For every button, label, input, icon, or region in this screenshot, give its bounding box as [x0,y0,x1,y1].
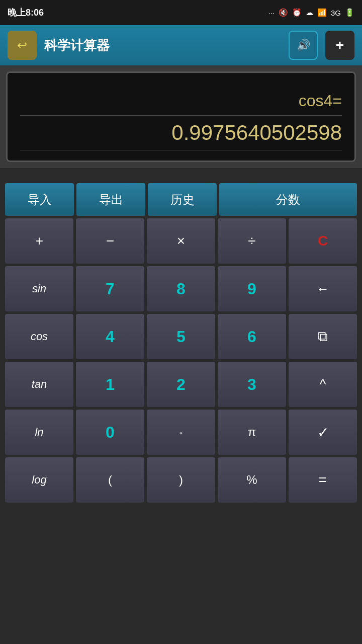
sound-icon: 🔊 [297,39,310,52]
wifi-icon: ☁ [306,8,313,17]
display-inner: cos4= 0.9975640502598 [6,71,356,162]
two-button[interactable]: 2 [147,362,215,407]
display-area: cos4= 0.9975640502598 [0,65,362,168]
status-icons: ··· 🔇 ⏰ ☁ 📶 3G 🔋 [268,8,354,17]
log-button[interactable]: log [5,457,73,503]
ln-row: ln 0 · π ✓ [5,410,357,455]
network-icon: 📶 [317,8,327,17]
alarm-icon: ⏰ [292,8,302,17]
copy-icon: ⧉ [318,329,328,345]
operator-row: + − × ÷ C [5,218,357,264]
six-button[interactable]: 6 [218,314,286,359]
sin-button[interactable]: sin [5,266,73,311]
app-title: 科学计算器 [44,37,281,54]
tan-button[interactable]: tan [5,362,73,407]
backspace-button[interactable]: ← [289,266,357,311]
sound-button[interactable]: 🔊 [289,31,318,60]
add-icon: + [336,37,344,53]
back-button[interactable]: ↩ [8,31,37,60]
status-time: 晚上8:06 [8,7,44,19]
zero-button[interactable]: 0 [76,410,144,455]
check-button[interactable]: ✓ [289,410,357,455]
signal-dots: ··· [268,9,275,17]
keypad: 导入 导出 历史 分数 + − × ÷ C sin 7 8 9 ← cos 4 … [0,183,362,510]
sin-row: sin 7 8 9 ← [5,266,357,311]
mute-icon: 🔇 [279,8,288,17]
multiply-button[interactable]: × [147,218,215,264]
three-button[interactable]: 3 [218,362,286,407]
battery-icon: 🔋 [345,8,354,17]
export-button[interactable]: 导出 [76,183,145,216]
dot-button[interactable]: · [147,410,215,455]
percent-button[interactable]: % [218,457,286,503]
func-row: 导入 导出 历史 分数 [5,183,357,216]
eight-button[interactable]: 8 [147,266,215,311]
top-bar: ↩ 科学计算器 🔊 + [0,25,362,65]
one-button[interactable]: 1 [76,362,144,407]
four-button[interactable]: 4 [76,314,144,359]
back-icon: ↩ [17,38,27,52]
plus-button[interactable]: + [5,218,73,264]
import-button[interactable]: 导入 [5,183,74,216]
tan-row: tan 1 2 3 ^ [5,362,357,407]
cos-button[interactable]: cos [5,314,73,359]
cos-row: cos 4 5 6 ⧉ [5,314,357,359]
minus-button[interactable]: − [76,218,144,264]
clear-button[interactable]: C [289,218,357,264]
equals-button[interactable]: = [289,457,357,503]
status-bar: 晚上8:06 ··· 🔇 ⏰ ☁ 📶 3G 🔋 [0,0,362,25]
separator2 [20,150,342,150]
five-button[interactable]: 5 [147,314,215,359]
pi-button[interactable]: π [218,410,286,455]
separator [20,115,342,116]
power-button[interactable]: ^ [289,362,357,407]
open-paren-button[interactable]: ( [76,457,144,503]
expression: cos4= [299,92,342,110]
add-button[interactable]: + [325,31,354,60]
ln-button[interactable]: ln [5,410,73,455]
log-row: log ( ) % = [5,457,357,503]
history-button[interactable]: 历史 [148,183,217,216]
spacer [0,168,362,183]
result: 0.9975640502598 [171,121,342,145]
seven-button[interactable]: 7 [76,266,144,311]
close-paren-button[interactable]: ) [147,457,215,503]
3g-label: 3G [331,9,341,17]
fraction-button[interactable]: 分数 [219,183,357,216]
nine-button[interactable]: 9 [218,266,286,311]
divide-button[interactable]: ÷ [218,218,286,264]
copy-button[interactable]: ⧉ [289,314,357,359]
